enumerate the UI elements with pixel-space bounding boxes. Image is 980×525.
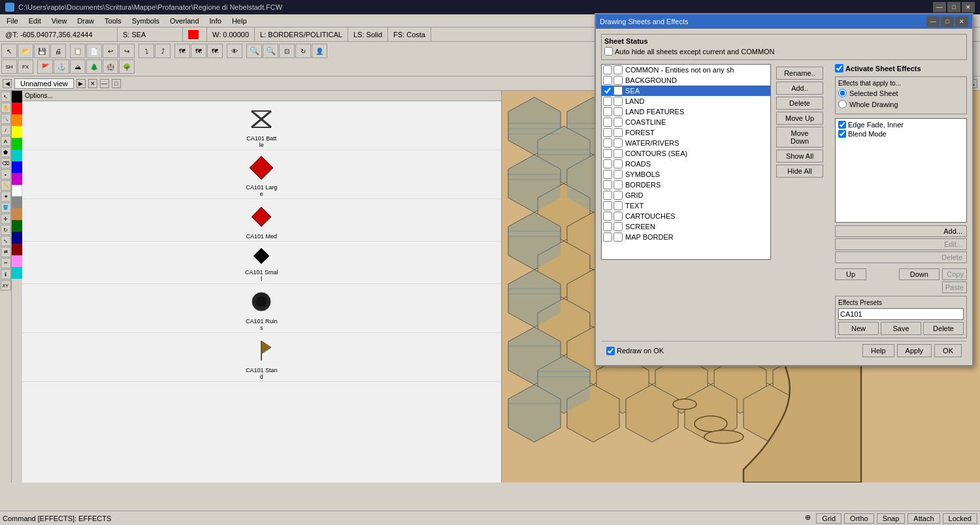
palette-item-6[interactable]: CA101 Stand: [22, 333, 501, 382]
sheet-cb2-borders[interactable]: [613, 180, 623, 189]
palette-item-1[interactable]: CA101 Battle: [22, 101, 501, 150]
add-sheet-button[interactable]: Add..: [776, 82, 823, 95]
sheet-row-cartouches[interactable]: CARTOUCHES: [602, 211, 770, 221]
tb-person[interactable]: 👤: [312, 44, 327, 58]
menu-item-tools[interactable]: Tools: [99, 16, 127, 26]
tool-info[interactable]: ℹ: [1, 269, 11, 279]
tb-redo[interactable]: ↪: [119, 44, 135, 58]
sheet-cb2-common[interactable]: [613, 65, 623, 74]
tb-flag[interactable]: 🚩: [37, 59, 53, 74]
tb-castle[interactable]: 🏰: [103, 59, 118, 74]
sheet-row-screen[interactable]: SCREEN: [602, 221, 770, 232]
sheet-cb1-text[interactable]: [603, 201, 612, 210]
palette-item-4[interactable]: CA101 Small: [22, 242, 501, 284]
color-box-darkgreen[interactable]: [12, 220, 22, 232]
menu-item-info[interactable]: Info: [204, 16, 227, 26]
color-box-magenta[interactable]: [12, 173, 22, 185]
effect-up-button[interactable]: Up: [835, 268, 866, 280]
sheet-row-land[interactable]: LAND: [602, 96, 770, 106]
locked-button[interactable]: Locked: [943, 513, 977, 524]
tb-fit[interactable]: ⊡: [279, 44, 295, 58]
ortho-button[interactable]: Ortho: [844, 513, 874, 524]
effect-cb-blendmode[interactable]: [838, 130, 846, 138]
hide-all-button[interactable]: Hide All: [776, 165, 823, 178]
sheet-cb1-common[interactable]: [603, 65, 612, 74]
sheet-row-sea[interactable]: SEA: [602, 86, 770, 96]
color-box-gray[interactable]: [12, 197, 22, 208]
tool-xy[interactable]: XY: [1, 280, 11, 291]
menu-item-help[interactable]: Help: [227, 16, 252, 26]
sheet-cb1-background[interactable]: [603, 76, 612, 85]
tb-open[interactable]: 📂: [18, 44, 33, 58]
dialog-close-btn[interactable]: ✕: [955, 16, 968, 27]
sheet-cb1-coastline[interactable]: [603, 118, 612, 127]
tb-undo[interactable]: ↩: [103, 44, 118, 58]
sheet-row-common[interactable]: COMMON - Entities not on any sh: [602, 65, 770, 75]
minimize-button[interactable]: —: [933, 2, 946, 12]
sheet-cb1-landfeatures[interactable]: [603, 107, 612, 116]
sheet-cb2-water[interactable]: [613, 138, 623, 148]
color-box-brown[interactable]: [12, 208, 22, 220]
sheet-cb1-forest[interactable]: [603, 128, 612, 137]
attach-button[interactable]: Attach: [907, 513, 939, 524]
color-box-white[interactable]: [12, 185, 22, 197]
view-tab-scroll-left[interactable]: ◀: [3, 79, 12, 88]
sheet-row-contours[interactable]: CONTOURS (SEA): [602, 148, 770, 159]
sheet-cb2-sea[interactable]: [613, 86, 623, 95]
dialog-minimize-btn[interactable]: —: [926, 16, 939, 27]
tb-save[interactable]: 💾: [34, 44, 50, 58]
tool-rotate[interactable]: ↻: [1, 225, 11, 235]
sheet-cb1-symbols[interactable]: [603, 170, 612, 179]
tb-map1[interactable]: 🗺: [174, 44, 190, 58]
effect-cb-edgefade[interactable]: [838, 121, 846, 129]
sheet-row-borders[interactable]: BORDERS: [602, 180, 770, 190]
sheet-cb1-water[interactable]: [603, 138, 612, 148]
color-box-blue[interactable]: [12, 161, 22, 173]
sheet-cb2-contours[interactable]: [613, 149, 623, 158]
maximize-button[interactable]: □: [947, 2, 960, 12]
tool-fill[interactable]: 🪣: [1, 202, 11, 213]
tb-copy[interactable]: 📋: [70, 44, 86, 58]
tb-refresh[interactable]: ↻: [295, 44, 311, 58]
view-tab-restore[interactable]: □: [112, 79, 121, 88]
sheet-cb1-mapborder[interactable]: [603, 232, 612, 242]
palette-options-btn[interactable]: Options...: [22, 91, 501, 101]
color-box-green[interactable]: [12, 138, 22, 150]
tool-trim[interactable]: ✂: [1, 258, 11, 268]
tool-poly[interactable]: ⬟: [1, 147, 11, 157]
view-tab-close[interactable]: ✕: [88, 79, 97, 88]
move-down-button[interactable]: Move Down: [776, 127, 823, 148]
tb-map2[interactable]: 🗺: [191, 44, 206, 58]
tool-select[interactable]: ↖: [1, 91, 11, 102]
sheet-cb2-landfeatures[interactable]: [613, 107, 623, 116]
sheet-cb2-text[interactable]: [613, 201, 623, 210]
sheet-row-water[interactable]: WATER/RIVERS: [602, 138, 770, 148]
tb-map3[interactable]: 🗺: [207, 44, 223, 58]
sheet-cb2-roads[interactable]: [613, 159, 623, 168]
sheet-row-symbols[interactable]: SYMBOLS: [602, 169, 770, 180]
activate-effects-checkbox[interactable]: [835, 64, 843, 72]
tool-node[interactable]: •: [1, 169, 11, 180]
apply-button[interactable]: Apply: [897, 344, 932, 357]
tool-measure[interactable]: 📏: [1, 180, 11, 191]
color-box-lightpink[interactable]: [12, 255, 22, 267]
sheet-row-roads[interactable]: ROADS: [602, 159, 770, 169]
tb-import[interactable]: ⤴: [155, 44, 171, 58]
tool-eraser[interactable]: ⌫: [1, 158, 11, 168]
tb-print[interactable]: 🖨: [50, 44, 66, 58]
sheet-row-forest[interactable]: FOREST: [602, 127, 770, 138]
tb-export[interactable]: ⤵: [139, 44, 154, 58]
move-up-button[interactable]: Move Up: [776, 112, 823, 125]
sheet-cb2-screen[interactable]: [613, 222, 623, 231]
color-box-black[interactable]: [12, 91, 22, 103]
tool-draw-line[interactable]: /: [1, 125, 11, 135]
sheet-row-background[interactable]: BACKGROUND: [602, 75, 770, 86]
color-box-yellow[interactable]: [12, 126, 22, 138]
tb-view1[interactable]: 👁: [227, 44, 242, 58]
whole-drawing-radio[interactable]: [838, 100, 847, 108]
tb-zoom-in[interactable]: 🔍: [246, 44, 262, 58]
selected-sheet-radio[interactable]: [838, 89, 847, 97]
tb-forest[interactable]: 🌳: [119, 59, 135, 74]
menu-item-view[interactable]: View: [46, 16, 73, 26]
tool-symbol[interactable]: ★: [1, 191, 11, 202]
